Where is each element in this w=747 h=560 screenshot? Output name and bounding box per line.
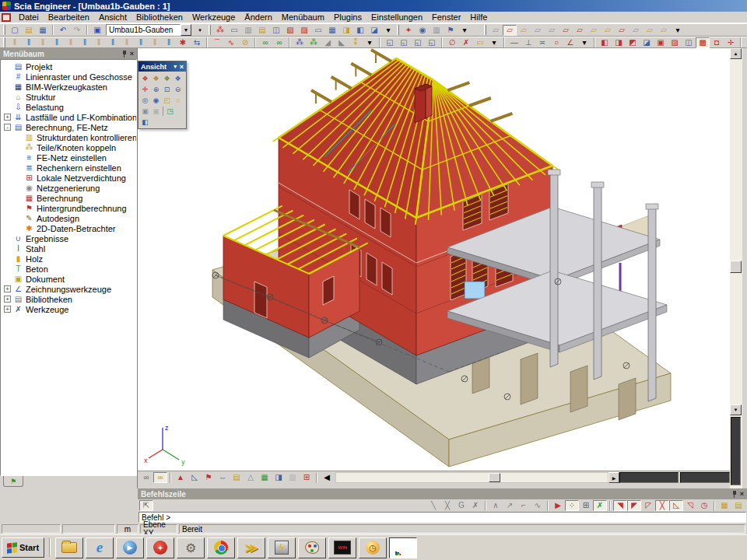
camera-1-icon[interactable]: ▣ [140, 106, 150, 116]
tree-expander-icon[interactable]: + [4, 285, 11, 292]
save-icon[interactable]: ▦ [36, 25, 50, 36]
result-1-icon[interactable]: ▦ [744, 37, 747, 48]
grid-display-icon[interactable]: ⊞ [300, 472, 314, 483]
scroll-right-icon[interactable]: ▶ [608, 472, 619, 483]
flag-filter-icon[interactable]: ⚑ [444, 25, 458, 36]
picture-icon[interactable]: ▧ [283, 25, 297, 36]
vertex-arrow-icon[interactable]: ↗ [503, 500, 517, 511]
vertex-up-icon[interactable]: ∧ [489, 500, 503, 511]
taskbar-scia-engineer-button[interactable] [389, 537, 417, 558]
beam-3-icon[interactable]: ‖ [36, 37, 50, 48]
column-2-icon[interactable]: ‖ [106, 37, 120, 48]
tree-item-teile-knoten[interactable]: ⁂Teile/Knoten koppeln [1, 142, 136, 152]
vertical-scrollbar[interactable]: ▲ ▼ [730, 48, 742, 488]
view-cube-red-icon[interactable]: ❖ [140, 73, 150, 83]
select-cursor-icon[interactable]: ⇱ [139, 500, 153, 511]
snap-endpoint-icon[interactable]: ◥ [613, 500, 627, 511]
tree-item-fe-netz[interactable]: ≡FE-Netz einstellen [1, 152, 136, 163]
view-back-icon[interactable]: ▱ [503, 25, 517, 36]
taskbar-explorer-button[interactable] [55, 537, 83, 558]
collapse-left-icon[interactable]: ◀ [320, 472, 334, 483]
dimension-display-icon[interactable]: ⇔ [216, 472, 230, 483]
zoom-out-icon[interactable]: ⊖ [173, 84, 183, 94]
snap-table-icon[interactable]: ▦ [717, 500, 731, 511]
light-settings-icon[interactable]: ☼ [173, 95, 183, 105]
snap-settings-icon[interactable]: ▤ [731, 500, 745, 511]
surface-display-icon[interactable]: ▤ [230, 472, 244, 483]
view-axo-icon[interactable]: ▱ [573, 25, 587, 36]
arc-tool-icon[interactable]: ⌒ [210, 37, 224, 48]
taskbar-internet-explorer-button[interactable]: e [86, 537, 114, 558]
load-7-icon[interactable]: ◫ [682, 37, 696, 48]
print-preview-icon[interactable]: ▥ [241, 25, 255, 36]
cursor-snap-icon[interactable]: ▶ [551, 500, 565, 511]
menu-menbaum[interactable]: Menübaum [277, 12, 329, 23]
view-cube-green-icon[interactable]: ❖ [162, 73, 172, 83]
beam-6-icon[interactable]: ‖ [78, 37, 92, 48]
view-top-icon[interactable]: ▱ [545, 25, 559, 36]
view-cube-blue-icon[interactable]: ❖ [173, 73, 183, 83]
tree-expander-icon[interactable]: + [4, 114, 11, 121]
load-8-icon[interactable]: ▩ [696, 37, 710, 48]
tree-item-holz[interactable]: ▮Holz [1, 254, 136, 264]
menu-fenster[interactable]: Fenster [427, 12, 465, 23]
curve-tool-icon[interactable]: ∿ [224, 37, 238, 48]
view-persp-1-icon[interactable]: ▱ [587, 25, 601, 36]
camera-2-icon[interactable]: ▣ [151, 106, 161, 116]
tree-item-strukturdaten[interactable]: ▥Strukturdaten kontrollieren [1, 132, 136, 142]
undo-icon[interactable]: ↶ [56, 25, 70, 36]
slab-1-icon[interactable]: ‖ [120, 37, 134, 48]
tree-item-netzverdichtung[interactable]: ⊞Lokale Netzverdichtung [1, 173, 136, 183]
tree-item-lastfaelle[interactable]: +⇊Lastfälle und LF-Kombinationen [1, 112, 136, 122]
link-2-icon[interactable]: ∞ [272, 37, 286, 48]
view-dropdown-icon[interactable]: ▾ [671, 25, 685, 36]
status-units[interactable]: m [117, 524, 139, 534]
printer-icon[interactable]: ▭ [227, 25, 241, 36]
rotation-bar-1[interactable] [619, 472, 679, 483]
mesh-dropdown-icon[interactable]: ▾ [363, 37, 377, 48]
draw-line-icon[interactable]: ╲ [426, 500, 440, 511]
trim-tool-icon[interactable]: ⊘ [238, 37, 252, 48]
project-combobox[interactable]: Umbau1b-Gauben ▼ [106, 24, 191, 36]
rotation-bar-2[interactable] [680, 472, 730, 483]
paste-3-icon[interactable]: ◱ [411, 37, 425, 48]
pin-icon[interactable] [731, 491, 738, 498]
taskbar-wintv-button[interactable]: WIN [328, 537, 356, 558]
catalog-icon[interactable]: ◧ [353, 25, 367, 36]
vertex-corner-icon[interactable]: ⌐ [517, 500, 531, 511]
mesh-2-icon[interactable]: ⁂ [307, 37, 321, 48]
menu-bearbeiten[interactable]: Bearbeiten [44, 12, 94, 23]
load-2-icon[interactable]: ◨ [612, 37, 626, 48]
tree-item-stahl[interactable]: ⅠStahl [1, 243, 136, 254]
close-icon[interactable]: × [130, 51, 134, 58]
open-folder-icon[interactable]: ▤ [22, 25, 36, 36]
palette-close-icon[interactable]: × [180, 63, 184, 71]
project-teeth-icon[interactable]: ⁂ [213, 25, 227, 36]
edit-dropdown-icon[interactable]: ▾ [487, 37, 501, 48]
start-button[interactable]: Start [2, 537, 44, 558]
menu-bibliotheken[interactable]: Bibliotheken [132, 12, 188, 23]
cut-tool-icon[interactable]: ✗ [459, 37, 473, 48]
beam-4-icon[interactable]: ‖ [50, 37, 64, 48]
activity-key-icon[interactable]: ✦ [402, 25, 416, 36]
label-display-icon[interactable]: ▥ [286, 472, 300, 483]
tree-tab[interactable]: ⚑ [3, 476, 23, 487]
perp-tool-icon[interactable]: ⊥ [521, 37, 535, 48]
clip-box-icon[interactable]: ◰ [162, 95, 172, 105]
menu-plugins[interactable]: Plugins [329, 12, 366, 23]
wall-2-icon[interactable]: ‖ [162, 37, 176, 48]
status-plane[interactable]: Ebene XY [140, 524, 177, 534]
tree-item-struktur[interactable]: ⌂Struktur [1, 92, 136, 102]
tree-item-hintergrund[interactable]: ⚑Hintergrundberechnung [1, 203, 136, 213]
paste-4-icon[interactable]: ◱ [425, 37, 439, 48]
tree-item-autodesign[interactable]: ✎Autodesign [1, 213, 136, 223]
clipping-icon[interactable]: ◳ [165, 106, 175, 116]
link-chain-1-icon[interactable]: ∞ [139, 472, 153, 483]
view-bottom-icon[interactable]: ▱ [559, 25, 573, 36]
tree-item-belastung[interactable]: ⇩Belastung [1, 102, 136, 112]
mesh-1-icon[interactable]: ⁂ [293, 37, 307, 48]
horizontal-scrollbar[interactable] [335, 472, 608, 483]
taskbar-system-tools-button[interactable]: ⚙ [177, 537, 205, 558]
pin-icon[interactable] [121, 51, 128, 58]
view-persp-2-icon[interactable]: ▱ [601, 25, 615, 36]
